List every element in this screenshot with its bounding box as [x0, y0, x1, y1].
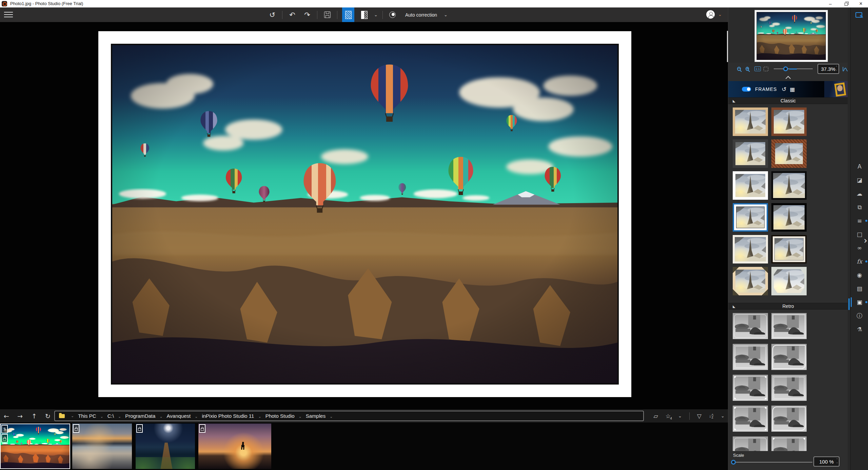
frame-thumb[interactable]	[733, 344, 768, 370]
frame-thumb[interactable]	[771, 139, 807, 168]
scale-slider-thumb[interactable]	[731, 460, 736, 465]
breadcrumb-item[interactable]: Photo Studio	[264, 413, 296, 419]
panel-expand-chevron[interactable]: ›	[864, 235, 867, 246]
frame-thumb[interactable]	[733, 139, 768, 168]
breadcrumb-item[interactable]: This PC	[77, 413, 97, 419]
text-tool-icon[interactable]: A	[851, 160, 868, 173]
section-header[interactable]: ◣Classic	[728, 97, 848, 104]
open-folder-icon[interactable]: ▱	[654, 413, 658, 419]
frame-thumb[interactable]	[771, 344, 807, 370]
color-filters-icon[interactable]: ◉	[851, 268, 868, 282]
favorites-star-icon[interactable]: ☆4	[666, 413, 671, 419]
effects-icon[interactable]: fx	[851, 255, 868, 268]
chevron-down-icon[interactable]: ⌄	[330, 414, 333, 419]
menu-button[interactable]	[4, 11, 13, 18]
frame-thumb[interactable]	[733, 171, 768, 200]
breadcrumb-item[interactable]: C:\	[106, 413, 115, 419]
frame-thumb[interactable]	[733, 375, 768, 401]
chevron-down-icon[interactable]: ⌄	[71, 414, 74, 418]
edit-note-icon[interactable]	[855, 12, 862, 18]
restore-button[interactable]	[840, 0, 852, 7]
view-options-chevron[interactable]: ⌄	[374, 12, 378, 17]
scale-spinner[interactable]: ˄˅	[836, 458, 838, 466]
nav-back-button[interactable]: ←	[1, 409, 12, 423]
sort-az-icon[interactable]: ↓AZ	[709, 413, 713, 419]
filmstrip-thumbnail[interactable]	[198, 424, 271, 469]
save-button[interactable]	[322, 9, 332, 21]
scale-value-box[interactable]: 100 % ˄˅	[813, 456, 840, 467]
edited-photo-canvas[interactable]	[111, 44, 619, 385]
frame-thumb[interactable]	[733, 267, 768, 295]
nav-forward-button[interactable]: →	[14, 409, 26, 423]
info-icon[interactable]: ⓘ	[851, 309, 868, 322]
account-avatar[interactable]	[706, 10, 715, 19]
frame-thumb[interactable]	[771, 203, 807, 232]
zoom-spinner[interactable]: ˄˅	[836, 65, 837, 73]
frame-thumb[interactable]	[733, 406, 768, 432]
frames-grid-icon[interactable]: ▦	[790, 86, 795, 93]
chevron-down-icon[interactable]: ⌄	[195, 414, 198, 419]
auto-correction-chevron[interactable]: ⌄	[444, 12, 448, 17]
zoom-slider-thumb[interactable]	[783, 66, 788, 71]
frame-thumb[interactable]	[771, 235, 807, 263]
chevron-down-icon[interactable]: ⌄	[118, 414, 121, 419]
zoom-out-icon[interactable]: −	[737, 67, 741, 71]
zoom-value-box[interactable]: 37.3% ˄˅	[817, 64, 839, 74]
breadcrumb-item[interactable]: Samples	[304, 413, 327, 419]
crop-icon[interactable]: ⧉	[851, 200, 868, 214]
fit-screen-button[interactable]	[764, 67, 768, 71]
sky-replacement-icon[interactable]: ☁	[851, 187, 868, 200]
nav-refresh-button[interactable]: ↻	[42, 409, 54, 423]
collapse-preview-button[interactable]	[728, 75, 848, 81]
address-bar[interactable]: ⌄ This PC⌄C:\⌄ProgramData⌄Avanquest⌄inPi…	[54, 411, 644, 421]
chevron-down-icon[interactable]: ⌄	[258, 414, 261, 419]
sort-chevron[interactable]: ⌄	[721, 413, 725, 418]
frame-thumb[interactable]	[771, 171, 807, 200]
chevron-down-icon[interactable]: ⌄	[100, 414, 103, 419]
eraser-icon[interactable]: ◪	[851, 173, 868, 187]
filter-icon[interactable]: ▽	[697, 413, 702, 419]
zoom-slider[interactable]	[774, 66, 813, 71]
frame-thumb[interactable]	[771, 375, 807, 401]
favorites-chevron[interactable]: ⌄	[678, 413, 682, 418]
close-button[interactable]: ×	[855, 0, 867, 7]
chevron-down-icon[interactable]: ⌄	[299, 414, 302, 419]
nav-up-button[interactable]: ↑	[28, 409, 40, 423]
lab-icon[interactable]: ⚗	[851, 322, 868, 336]
single-view-button[interactable]	[342, 7, 354, 22]
frame-thumb[interactable]	[771, 406, 807, 432]
navigator-preview-thumbnail[interactable]	[755, 10, 828, 62]
zoom-in-icon[interactable]: +	[746, 67, 749, 71]
undo-button[interactable]: ↶	[287, 9, 297, 21]
reset-all-button[interactable]: ↺	[267, 9, 277, 21]
frame-thumb[interactable]	[733, 235, 768, 263]
frame-thumb[interactable]	[733, 313, 768, 339]
adjustments-icon[interactable]: ≡	[851, 214, 868, 228]
breadcrumb-item[interactable]: inPixio Photo Studio 11	[200, 413, 255, 419]
actual-size-button[interactable]: 1:1	[754, 66, 761, 71]
frames-reset-icon[interactable]: ↺	[782, 86, 786, 93]
filmstrip-thumbnail[interactable]	[72, 424, 132, 469]
minimize-button[interactable]: –	[825, 0, 836, 7]
auto-correction-toggle[interactable]	[388, 9, 398, 21]
account-chevron[interactable]: ⌄	[718, 12, 722, 17]
filmstrip-thumbnail[interactable]	[136, 424, 195, 469]
frame-thumb[interactable]	[771, 267, 807, 295]
frame-thumb[interactable]	[733, 107, 768, 136]
frame-thumb-selected[interactable]	[733, 203, 768, 232]
frames-icon[interactable]: ▣	[851, 295, 868, 309]
breadcrumb-item[interactable]: ProgramData	[124, 413, 157, 419]
frames-toggle[interactable]	[742, 87, 751, 92]
scale-slider[interactable]	[731, 460, 812, 465]
panel-scrollbar[interactable]	[848, 7, 850, 470]
breadcrumb-item[interactable]: Avanquest	[165, 413, 192, 419]
texture-icon[interactable]: ▤	[851, 282, 868, 295]
redo-button[interactable]: ↷	[302, 9, 312, 21]
frame-thumb[interactable]	[771, 107, 807, 136]
chevron-down-icon[interactable]: ⌄	[159, 414, 162, 419]
histogram-icon[interactable]	[843, 66, 848, 72]
section-header[interactable]: ◣Retro	[728, 303, 848, 310]
compare-view-button[interactable]	[359, 9, 369, 21]
filmstrip-thumbnail-selected[interactable]: ⇅	[0, 424, 70, 469]
frame-thumb[interactable]	[771, 313, 807, 339]
